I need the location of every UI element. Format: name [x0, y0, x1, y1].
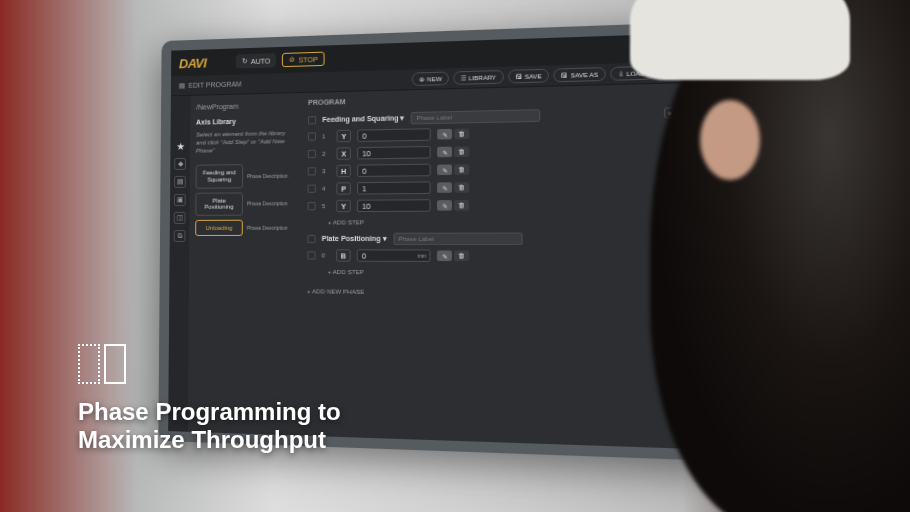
- step-delete-icon[interactable]: 🗑: [454, 164, 469, 175]
- step-checkbox[interactable]: [308, 132, 316, 140]
- step-delete-icon[interactable]: 🗑: [454, 129, 469, 140]
- step-row: 3H0✎🗑: [308, 159, 676, 178]
- phase-label-input[interactable]: [393, 233, 522, 246]
- phase-name-dropdown[interactable]: Plate Positioning ▾: [322, 235, 387, 243]
- step-value-field[interactable]: 1: [357, 181, 431, 194]
- edit-program-label: ▤ EDIT PROGRAM: [179, 80, 242, 90]
- library-phase-desc: Phase Description: [247, 164, 293, 188]
- step-row: 2X10✎🗑: [308, 141, 676, 161]
- phase-checkbox[interactable]: [308, 116, 316, 124]
- mode-stop[interactable]: ⊘ STOP: [282, 52, 325, 68]
- step-checkbox[interactable]: [308, 185, 316, 193]
- step-delete-icon[interactable]: 🗑: [454, 182, 469, 193]
- caption-text: Phase Programming to Maximize Throughput: [78, 398, 341, 453]
- star-icon[interactable]: ★: [174, 140, 186, 152]
- step-checkbox[interactable]: [308, 150, 316, 158]
- step-value-field[interactable]: 10: [357, 199, 431, 212]
- logo: DAVI: [179, 55, 207, 71]
- step-row: 1Y0✎🗑: [308, 122, 676, 143]
- step-edit-icon[interactable]: ✎: [437, 164, 452, 175]
- step-axis[interactable]: B: [336, 249, 351, 261]
- phase-name-dropdown[interactable]: Feeding and Squaring ▾: [322, 114, 405, 124]
- library-phase-desc: Phase Description: [247, 219, 293, 236]
- step-delete-icon[interactable]: 🗑: [454, 146, 469, 157]
- axis-library-hint: Select an element from the library and c…: [196, 130, 294, 155]
- step-number: 2: [322, 151, 330, 157]
- step-row: 5Y10✎🗑: [308, 196, 676, 213]
- library-phase-name[interactable]: Unloading: [195, 219, 243, 236]
- save-as-button[interactable]: 🖫 SAVE AS: [554, 67, 606, 82]
- step-edit-icon[interactable]: ✎: [437, 250, 452, 261]
- step-row: 4P1✎🗑: [308, 178, 676, 196]
- step-edit-icon[interactable]: ✎: [437, 182, 452, 193]
- step-number: 0: [322, 252, 330, 258]
- step-edit-icon[interactable]: ✎: [437, 129, 452, 140]
- phase-checkbox[interactable]: [307, 235, 315, 243]
- step-number: 1: [322, 133, 330, 139]
- add-step-button[interactable]: + ADD STEP: [307, 266, 676, 281]
- rail-icon-1[interactable]: ◆: [174, 158, 186, 170]
- breadcrumb: /NewProgram: [196, 99, 294, 112]
- step-number: 3: [322, 168, 330, 174]
- rail-icon-5[interactable]: ⧉: [174, 230, 186, 242]
- save-button[interactable]: 🖫 SAVE: [508, 69, 549, 84]
- phase-block-1: Plate Positioning ▾✕0B0mm✎🗑+ ADD STEP: [307, 232, 676, 280]
- step-value-field[interactable]: 0: [357, 164, 431, 177]
- mode-auto[interactable]: ↻ AUTO: [236, 53, 276, 68]
- step-delete-icon[interactable]: 🗑: [454, 200, 469, 211]
- step-value-field[interactable]: 0: [357, 128, 431, 142]
- axis-library-title: Axis Library: [196, 117, 294, 126]
- rail-icon-4[interactable]: ◫: [174, 212, 186, 224]
- icon-rail: ★ ◆ ▤ ▣ ◫ ⧉: [168, 96, 190, 432]
- step-number: 4: [322, 186, 330, 192]
- library-phase-desc: Phase Description: [247, 192, 293, 216]
- step-row: 0B0mm✎🗑: [307, 248, 676, 264]
- phase-block-0: Feeding and Squaring ▾✕1Y0✎🗑2X10✎🗑3H0✎🗑4…: [307, 106, 675, 229]
- library-phase-name[interactable]: Plate Positioning: [195, 192, 243, 216]
- axis-library-panel: /NewProgram Axis Library Select an eleme…: [188, 93, 300, 435]
- library-phase-2[interactable]: UnloadingPhase Description: [195, 219, 293, 236]
- library-phase-1[interactable]: Plate PositioningPhase Description: [195, 192, 293, 216]
- step-value-field[interactable]: 0mm: [357, 249, 431, 262]
- phase-label-input[interactable]: [411, 109, 541, 124]
- step-axis[interactable]: Y: [337, 130, 351, 143]
- add-new-phase[interactable]: + ADD NEW PHASE: [307, 282, 676, 304]
- library-button[interactable]: ☰ LIBRARY: [454, 70, 504, 85]
- step-axis[interactable]: P: [336, 182, 351, 194]
- library-phase-0[interactable]: Feeding and SquaringPhase Description: [196, 164, 294, 189]
- step-checkbox[interactable]: [308, 167, 316, 175]
- step-axis[interactable]: Y: [336, 200, 351, 212]
- step-value-field[interactable]: 10: [357, 146, 431, 160]
- step-edit-icon[interactable]: ✎: [437, 200, 452, 211]
- library-phase-name[interactable]: Feeding and Squaring: [196, 164, 244, 188]
- step-checkbox[interactable]: [307, 251, 315, 259]
- new-button[interactable]: ⊕ NEW: [412, 72, 449, 87]
- caption-icon: [78, 344, 126, 384]
- program-panel: PROGRAM Feeding and Squaring ▾✕1Y0✎🗑2X10…: [298, 83, 686, 448]
- step-edit-icon[interactable]: ✎: [437, 147, 452, 158]
- add-step-button[interactable]: + ADD STEP: [307, 215, 675, 229]
- rail-icon-2[interactable]: ▤: [174, 176, 186, 188]
- step-axis[interactable]: X: [336, 147, 351, 160]
- rail-icon-3[interactable]: ▣: [174, 194, 186, 206]
- step-checkbox[interactable]: [308, 202, 316, 210]
- step-delete-icon[interactable]: 🗑: [454, 251, 469, 262]
- step-number: 5: [322, 203, 330, 209]
- step-axis[interactable]: H: [336, 165, 351, 178]
